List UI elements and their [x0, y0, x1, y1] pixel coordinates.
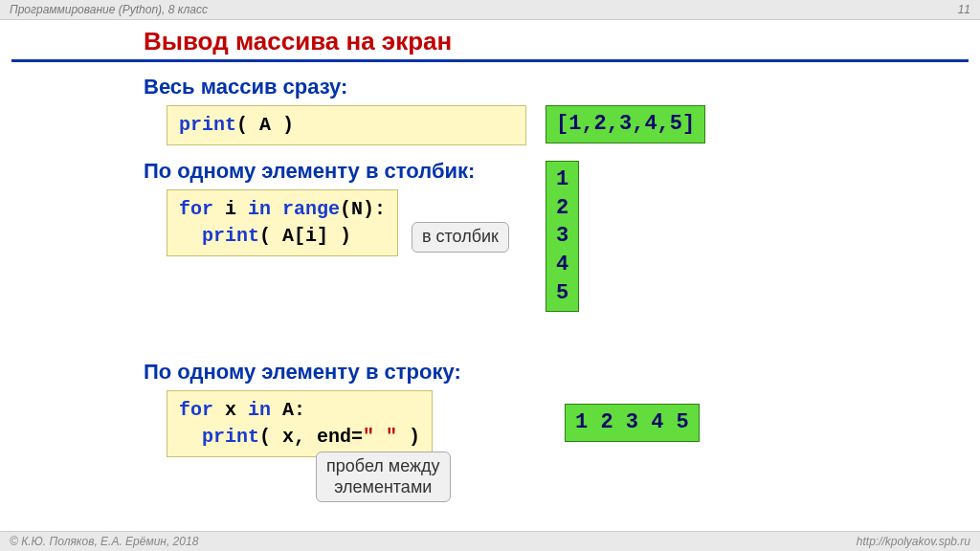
section2-output: 1 2 3 4 5	[546, 161, 579, 312]
code-keyword: print	[179, 114, 236, 136]
code-keyword: in	[248, 399, 271, 421]
code-text	[271, 198, 282, 220]
code-keyword: range	[282, 198, 340, 220]
section1-row: print( A ) [1,2,3,4,5]	[144, 105, 951, 142]
code-text: )	[397, 426, 420, 448]
footer-url: http://kpolyakov.spb.ru	[857, 532, 970, 551]
section3-output: 1 2 3 4 5	[565, 404, 700, 442]
section3-code: for x in A: print( x, end=" " )	[167, 390, 433, 457]
code-string: " "	[363, 426, 397, 448]
code-text: ( x, end=	[259, 426, 363, 448]
code-text: x	[213, 399, 248, 421]
code-text: i	[213, 198, 248, 220]
code-keyword: print	[179, 225, 259, 247]
code-text: (N):	[340, 198, 386, 220]
code-keyword: for	[179, 399, 213, 421]
title-rule	[11, 59, 969, 62]
slide-header: Программирование (Python), 8 класс 11	[0, 0, 980, 20]
slide-content: Весь массив сразу: print( A ) [1,2,3,4,5…	[144, 67, 951, 527]
code-text: ( A[i] )	[259, 225, 351, 247]
slide-footer: © К.Ю. Поляков, Е.А. Ерёмин, 2018 http:/…	[0, 531, 980, 551]
section3-callout: пробел между элементами	[316, 452, 451, 502]
slide-title: Вывод массива на экран	[144, 27, 452, 56]
code-text: ( A )	[236, 114, 294, 136]
code-text: A:	[271, 399, 305, 421]
section1-output: [1,2,3,4,5]	[546, 105, 705, 143]
page-number: 11	[958, 0, 970, 19]
footer-left: © К.Ю. Поляков, Е.А. Ерёмин, 2018	[10, 535, 198, 548]
section2-callout: в столбик	[412, 222, 509, 253]
section1-heading: Весь массив сразу:	[144, 75, 951, 99]
code-keyword: for	[179, 198, 213, 220]
code-keyword: print	[179, 426, 259, 448]
section3-row: for x in A: print( x, end=" " ) пробел м…	[144, 390, 951, 515]
section2-code: for i in range(N): print( A[i] )	[167, 189, 398, 256]
header-left: Программирование (Python), 8 класс	[10, 3, 208, 16]
section2-row: for i in range(N): print( A[i] ) в столб…	[144, 189, 951, 352]
section3-heading: По одному элементу в строку:	[144, 360, 951, 385]
code-keyword: in	[248, 198, 271, 220]
section1-code: print( A )	[167, 105, 526, 145]
